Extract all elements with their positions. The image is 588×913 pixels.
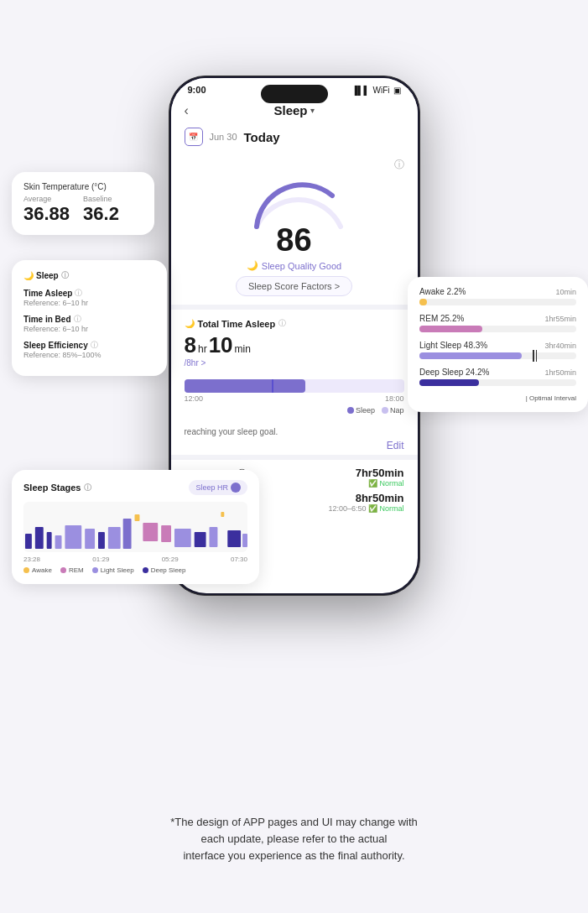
time-display: 8 hr 10 min xyxy=(185,332,404,358)
rem-bar xyxy=(419,326,482,332)
time-label-3: 07:30 xyxy=(231,556,247,563)
goal-text[interactable]: /8hr > xyxy=(185,358,404,368)
wifi-icon: WiFi xyxy=(373,86,390,95)
baseline-value: 36.2 xyxy=(83,203,119,225)
timeline-legend: Sleep Nap xyxy=(185,406,404,415)
awake-label: Awake 2.2% xyxy=(419,287,539,296)
edit-button[interactable]: Edit xyxy=(185,440,404,451)
header-title: Sleep xyxy=(273,103,307,117)
sleep-card-header: 🌙 Sleep ⓘ xyxy=(23,270,155,281)
efficiency-metric: Sleep Efficiency ⓘ Reference: 85%–100% xyxy=(23,340,155,359)
sleep-metrics-card: 🌙 Sleep ⓘ Time Asleep ⓘ Reference: 6–10 … xyxy=(12,260,167,376)
skin-temp-card: Skin Temperature (°C) Average 36.88 Base… xyxy=(12,172,154,235)
sleep-breakdown-card: Awake 2.2% 10min REM 25.2% 1hr55min Ligh… xyxy=(408,277,588,412)
signal-icon: ▐▌▌ xyxy=(351,86,369,95)
disclaimer-text: *The design of APP pages and UI may chan… xyxy=(118,814,471,864)
sleep-card-title: 🌙 Sleep ⓘ xyxy=(23,270,155,281)
section-header: 🌙 Total Time Asleep ⓘ xyxy=(185,318,404,329)
baseline-label: Baseline xyxy=(83,195,119,203)
svg-rect-15 xyxy=(221,512,224,517)
status-time: 9:00 xyxy=(188,85,206,95)
svg-rect-6 xyxy=(98,532,105,549)
timeline-bar xyxy=(185,379,404,393)
date-prefix: Jun 30 xyxy=(210,132,237,142)
calendar-icon[interactable]: 📅 xyxy=(185,128,203,146)
time-asleep-status: ✅ Normal xyxy=(356,479,404,488)
svg-rect-1 xyxy=(35,527,44,549)
svg-rect-3 xyxy=(55,535,62,549)
battery-icon: ▣ xyxy=(393,86,401,95)
svg-rect-0 xyxy=(25,534,32,549)
optimal-label: | Optimal Interval xyxy=(419,394,576,402)
section-title: Total Time Asleep xyxy=(198,319,276,329)
svg-rect-17 xyxy=(242,534,247,547)
svg-rect-16 xyxy=(227,530,241,547)
min-label: min xyxy=(235,343,251,355)
timeline-labels: 12:00 18:00 xyxy=(185,394,404,403)
skin-temp-title: Skin Temperature (°C) xyxy=(23,182,143,191)
timeline-marker xyxy=(272,379,273,393)
time-hours: 8 xyxy=(185,332,196,358)
today-label: Today xyxy=(244,130,280,144)
status-icons: ▐▌▌ WiFi ▣ xyxy=(351,86,400,95)
svg-rect-9 xyxy=(135,514,140,521)
sleep-hr-toggle[interactable]: Sleep HR xyxy=(189,480,247,495)
total-time-section: 🌙 Total Time Asleep ⓘ 8 hr 10 min /8hr > xyxy=(171,310,418,376)
time-label-0: 23:28 xyxy=(23,556,40,563)
time-asleep-right: 7hr50min ✅ Normal xyxy=(356,467,404,488)
stages-info-icon[interactable]: ⓘ xyxy=(84,483,91,493)
svg-rect-8 xyxy=(123,519,132,549)
score-factors-button[interactable]: Sleep Score Factors > xyxy=(236,276,352,296)
timeline-section: 12:00 18:00 Sleep Nap xyxy=(171,376,418,420)
svg-rect-4 xyxy=(65,525,81,549)
time-in-bed-right: 8hr50min 12:00–6:50 ✅ Normal xyxy=(328,492,403,513)
legend-light-sleep: Light Sleep xyxy=(92,566,134,574)
score-arc xyxy=(244,172,345,231)
skin-temp-baseline: Baseline 36.2 xyxy=(83,195,119,225)
time-label-2: 05:29 xyxy=(162,556,179,563)
date-row: 📅 Jun 30 Today xyxy=(171,123,418,151)
dynamic-island xyxy=(261,85,328,103)
stages-title: Sleep Stages ⓘ xyxy=(23,483,91,493)
time-asleep-value: 7hr50min xyxy=(356,467,404,479)
skin-temp-values: Average 36.88 Baseline 36.2 xyxy=(23,195,143,225)
time-in-bed-metric: Time in Bed ⓘ Reference: 6–10 hr xyxy=(23,314,155,333)
time-in-bed-range: 12:00–6:50 ✅ Normal xyxy=(328,504,403,513)
svg-rect-2 xyxy=(47,532,52,549)
legend-deep-sleep: Deep Sleep xyxy=(143,566,186,574)
breakdown-deep: Deep Sleep 24.2% 1hr50min xyxy=(419,368,576,386)
light-bar-track xyxy=(419,352,576,359)
time-label-1: 01:29 xyxy=(92,556,109,563)
stages-chart-container: ⤢ xyxy=(23,502,247,552)
reaching-goal-section: reaching your sleep goal. Edit xyxy=(171,420,418,455)
sleep-quality-row: 🌙 Sleep Quality Good xyxy=(247,260,341,271)
time-in-bed-status: ✅ Normal xyxy=(368,504,404,513)
dropdown-arrow-icon[interactable]: ▾ xyxy=(310,106,315,115)
svg-rect-13 xyxy=(195,532,206,547)
svg-rect-7 xyxy=(108,527,121,549)
awake-bar xyxy=(419,299,427,305)
svg-rect-12 xyxy=(174,529,191,547)
svg-rect-10 xyxy=(143,523,158,541)
timeline-fill xyxy=(185,379,305,393)
rem-time: 1hr55min xyxy=(539,315,576,323)
legend-rem: REM xyxy=(60,566,84,574)
moon-icon: 🌙 xyxy=(247,260,258,271)
toggle-circle xyxy=(231,483,241,493)
sleep-stages-card: Sleep Stages ⓘ Sleep HR ⤢ xyxy=(12,470,259,584)
back-button[interactable]: ‹ xyxy=(185,103,189,118)
skin-temp-avg: Average 36.88 xyxy=(23,195,70,225)
awake-bar-track xyxy=(419,299,576,305)
sleep-info-icon[interactable]: ⓘ xyxy=(61,270,69,281)
stages-time-labels: 23:28 01:29 05:29 07:30 xyxy=(23,556,247,563)
section-info-icon[interactable]: ⓘ xyxy=(278,318,286,329)
score-info-icon[interactable]: ⓘ xyxy=(394,158,404,172)
light-bar xyxy=(419,352,522,359)
score-section: ⓘ 86 🌙 Sleep Quality Good Sleep Score Fa… xyxy=(171,151,418,305)
legend-sleep: Sleep xyxy=(347,406,375,415)
light-time: 3hr40min xyxy=(539,342,576,350)
rem-bar-track xyxy=(419,326,576,332)
svg-rect-5 xyxy=(85,529,95,549)
avg-value: 36.88 xyxy=(23,203,70,225)
rem-label: REM 25.2% xyxy=(419,314,539,323)
